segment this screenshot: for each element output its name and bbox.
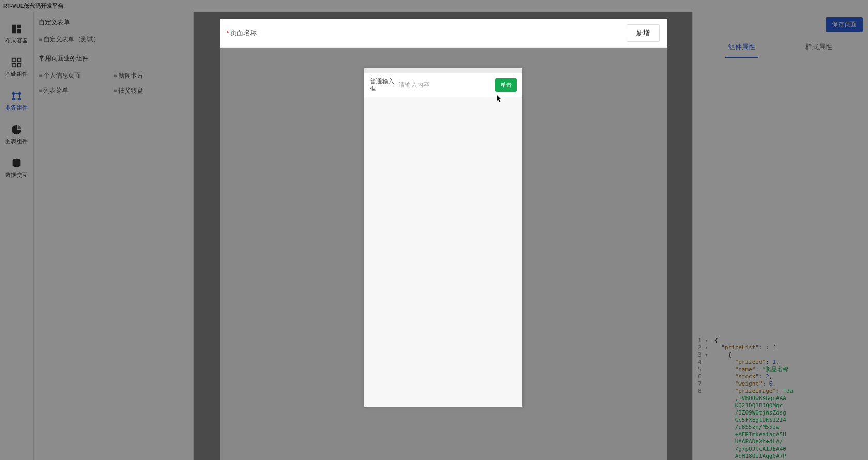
component-panel: 自定义表单 ≡自定义表单（测试） 常用页面业务组件 ≡个人信息页面 ≡新闻卡片 … [34, 12, 194, 460]
right-panel: 保存页面 组件属性 样式属性 1 ▾2 ▾3 ▾4 5 6 7 8 { "pri… [692, 12, 868, 460]
nav-layout-container[interactable]: 布局容器 [0, 17, 33, 51]
nav-item-label: 图表组件 [5, 137, 28, 145]
top-actions: 保存页面 [693, 12, 868, 37]
cursor-icon [497, 95, 503, 103]
group-title-common: 常用页面业务组件 [39, 54, 188, 63]
svg-rect-6 [18, 64, 21, 67]
add-button[interactable]: 新增 [627, 24, 660, 42]
component-label: 自定义表单（测试） [43, 36, 99, 43]
drag-handle-icon: ≡ [39, 87, 42, 94]
drag-handle-icon: ≡ [114, 72, 117, 79]
svg-rect-1 [17, 25, 21, 28]
code-editor[interactable]: 1 ▾2 ▾3 ▾4 5 6 7 8 { "prizeList": : [ { … [693, 335, 868, 460]
main-layout: 布局容器 基础组件 业务组件 图表组件 数据交互 [0, 12, 868, 460]
form-input-label: 普通输入框 [370, 78, 395, 93]
page-name-input[interactable] [262, 26, 621, 40]
chart-icon [11, 124, 22, 135]
layout-icon [11, 23, 22, 35]
form-row-input[interactable]: 普通输入框 单击 [364, 73, 522, 97]
page-name-label-wrapper: *页面名称 [227, 28, 257, 38]
nav-item-label: 布局容器 [5, 37, 28, 44]
component-label: 抽奖转盘 [118, 87, 143, 94]
properties-content: 1 ▾2 ▾3 ▾4 5 6 7 8 { "prizeList": : [ { … [693, 58, 868, 460]
save-page-button[interactable]: 保存页面 [826, 17, 863, 32]
grid-icon [11, 57, 22, 68]
component-item-list-menu[interactable]: ≡列表菜单 [39, 83, 114, 98]
svg-rect-2 [17, 29, 21, 33]
line-numbers: 1 ▾2 ▾3 ▾4 5 6 7 8 [693, 335, 711, 460]
nav-item-label: 数据交互 [5, 171, 28, 179]
page-name-label: 页面名称 [230, 29, 257, 37]
drag-handle-icon: ≡ [39, 72, 42, 79]
tab-component-props[interactable]: 组件属性 [725, 37, 758, 58]
component-label: 个人信息页面 [43, 72, 81, 79]
drag-handle-icon: ≡ [114, 87, 117, 94]
svg-point-10 [18, 98, 21, 101]
svg-rect-3 [12, 58, 16, 62]
canvas-body[interactable]: 普通输入框 单击 [220, 48, 667, 460]
nav-item-label: 基础组件 [5, 70, 28, 78]
canvas-container: *页面名称 新增 普通输入框 单击 [220, 19, 667, 460]
form-click-button[interactable]: 单击 [495, 78, 517, 92]
svg-rect-0 [12, 25, 16, 34]
required-mark: * [227, 30, 229, 36]
svg-point-8 [18, 92, 21, 95]
nav-basic-components[interactable]: 基础组件 [0, 51, 33, 84]
component-item-profile-page[interactable]: ≡个人信息页面 [39, 68, 114, 83]
svg-rect-5 [12, 64, 16, 67]
nav-data-interaction[interactable]: 数据交互 [0, 151, 33, 185]
svg-rect-4 [18, 58, 21, 62]
form-text-input[interactable] [399, 81, 492, 88]
tab-style-props[interactable]: 样式属性 [802, 37, 835, 58]
business-icon [11, 90, 22, 102]
component-item-news-card[interactable]: ≡新闻卡片 [114, 68, 189, 83]
data-icon [11, 158, 22, 169]
phone-preview[interactable]: 普通输入框 单击 [364, 68, 522, 407]
property-tabs: 组件属性 样式属性 [693, 37, 868, 58]
canvas-area: *页面名称 新增 普通输入框 单击 [194, 12, 692, 460]
svg-point-7 [12, 92, 16, 95]
component-item-lottery-wheel[interactable]: ≡抽奖转盘 [114, 83, 189, 98]
app-title: RT-VUE低代码开发平台 [0, 0, 868, 12]
component-label: 新闻卡片 [118, 72, 143, 79]
nav-chart-components[interactable]: 图表组件 [0, 118, 33, 151]
code-content[interactable]: { "prizeList": : [ { "prizeId": 1, "name… [711, 335, 868, 460]
component-label: 列表菜单 [43, 87, 68, 94]
canvas-header: *页面名称 新增 [220, 19, 667, 48]
component-item-custom-form[interactable]: ≡自定义表单（测试） [39, 32, 188, 47]
svg-point-9 [12, 98, 16, 101]
drag-handle-icon: ≡ [39, 36, 42, 43]
left-nav: 布局容器 基础组件 业务组件 图表组件 数据交互 [0, 12, 34, 460]
nav-item-label: 业务组件 [5, 104, 28, 112]
nav-business-components[interactable]: 业务组件 [0, 84, 33, 118]
group-title-custom: 自定义表单 [39, 18, 188, 27]
